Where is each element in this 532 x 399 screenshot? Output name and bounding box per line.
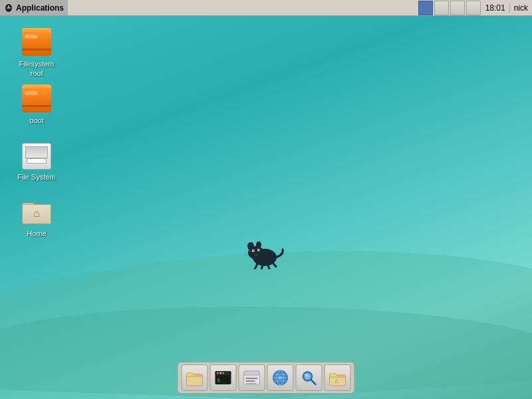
svg-rect-27	[246, 378, 258, 379]
svg-line-11	[255, 264, 257, 269]
file-system-img	[21, 139, 53, 171]
browser-icon	[271, 368, 290, 387]
taskbar: $ _	[178, 362, 355, 394]
svg-line-38	[311, 380, 316, 384]
svg-line-15	[244, 252, 248, 253]
workspace-3-button[interactable]	[450, 1, 465, 15]
clock: 18:01	[481, 3, 509, 13]
home-folder-taskbar-icon: ⌂	[329, 368, 347, 387]
svg-rect-28	[246, 380, 255, 382]
browser-button[interactable]	[267, 364, 294, 391]
svg-point-10	[254, 253, 258, 256]
svg-line-13	[268, 265, 269, 269]
svg-line-14	[273, 263, 276, 267]
applications-label: Applications	[16, 3, 64, 13]
workspace-2-button[interactable]	[434, 1, 449, 15]
svg-rect-26	[244, 371, 260, 375]
mouse-panel-icon	[4, 3, 13, 13]
boot-img	[21, 82, 53, 114]
username: nick	[509, 3, 532, 13]
svg-point-22	[219, 372, 221, 374]
applications-menu[interactable]: Applications	[0, 0, 68, 15]
file-system-label: File System	[17, 172, 55, 182]
svg-text:⌂: ⌂	[335, 378, 338, 384]
xfce-mouse-mascot	[243, 236, 286, 269]
files-button[interactable]	[182, 364, 208, 391]
svg-text:$ _: $ _	[217, 378, 226, 383]
panel-right: 18:01 nick	[418, 0, 532, 15]
svg-line-16	[244, 255, 248, 255]
svg-point-21	[217, 372, 219, 374]
boot-icon[interactable]: boot	[10, 80, 63, 128]
terminal-icon: $ _	[214, 368, 233, 387]
filesystem-root-img	[21, 26, 53, 58]
file-system-icon[interactable]: File System	[10, 136, 63, 184]
terminal-button[interactable]: $ _	[210, 364, 237, 391]
home-dir-button[interactable]: ⌂	[325, 364, 351, 391]
svg-point-23	[222, 372, 224, 374]
folder-icon	[186, 368, 204, 387]
svg-point-5	[256, 241, 261, 248]
home-folder-icon[interactable]: ⌂ Home	[10, 193, 63, 241]
mascot-svg	[243, 236, 286, 269]
boot-label: boot	[29, 116, 43, 125]
svg-point-9	[259, 249, 260, 251]
svg-line-12	[261, 265, 263, 269]
filesystem-root-icon[interactable]: Filesystemroot	[10, 23, 63, 81]
home-folder-img: ⌂	[21, 196, 53, 227]
svg-point-8	[253, 250, 255, 251]
file-manager-button[interactable]	[239, 364, 265, 391]
filesystem-root-label: Filesystemroot	[19, 59, 55, 78]
search-button[interactable]	[296, 364, 323, 391]
svg-point-35	[279, 376, 283, 380]
desktop: Applications 18:01 nick Filesystemroot	[0, 0, 532, 399]
filemanager-icon	[243, 368, 261, 387]
workspace-1-button[interactable]	[418, 1, 433, 15]
top-panel: Applications 18:01 nick	[0, 0, 532, 16]
search-icon	[300, 368, 319, 387]
svg-point-39	[305, 374, 308, 376]
svg-point-4	[247, 242, 254, 250]
svg-rect-29	[246, 383, 257, 384]
workspace-4-button[interactable]	[466, 1, 481, 15]
home-label: Home	[27, 229, 46, 238]
